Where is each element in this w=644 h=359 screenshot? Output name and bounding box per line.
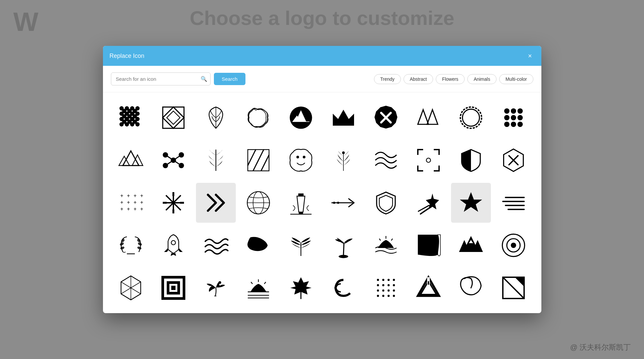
svg-rect-144 [171,286,175,290]
icon-wax-seal[interactable] [451,98,491,138]
icon-diagonal-lines[interactable] [238,140,278,180]
tag-abstract[interactable]: Abstract [404,74,433,84]
icon-shooting-star[interactable] [409,183,448,223]
modal-header: Replace Icon × [103,46,541,66]
icon-geometric-square[interactable] [153,98,193,138]
svg-line-147 [251,282,252,284]
icon-botanical[interactable] [323,140,363,180]
icon-dots-pattern[interactable] [111,98,151,138]
icon-spiral[interactable] [451,268,491,308]
icon-mountain-silhouette[interactable] [451,225,491,265]
icon-hexagon-wireframe[interactable] [111,268,151,308]
icon-sunset[interactable] [366,225,406,265]
svg-point-162 [382,290,384,292]
svg-point-23 [127,120,132,124]
icon-sunflower[interactable] [153,183,193,223]
icon-mountain-range[interactable] [111,140,151,180]
svg-point-115 [120,246,125,250]
search-button[interactable]: Search [214,73,246,85]
icon-palm-tree[interactable] [323,225,363,265]
svg-point-116 [119,242,124,246]
svg-point-72 [342,152,345,154]
icon-lighthouse[interactable] [281,183,321,223]
icon-rocket[interactable] [153,225,193,265]
svg-point-155 [387,279,389,281]
icon-shield[interactable] [366,183,406,223]
svg-text:+: + [134,206,137,212]
svg-point-22 [122,120,126,124]
svg-point-158 [382,284,384,286]
svg-point-164 [393,290,395,292]
icon-mountain-circle[interactable] [281,98,321,138]
svg-point-122 [171,241,175,245]
replace-icon-modal: Replace Icon × 🔍 Search Trendy Abstract … [103,46,541,313]
tag-trendy[interactable]: Trendy [374,74,401,84]
icon-speed-lines[interactable] [494,183,533,223]
svg-point-166 [382,295,384,297]
search-input-wrapper: 🔍 [111,72,211,85]
icon-organic-blob[interactable] [281,140,321,180]
modal-overlay: Replace Icon × 🔍 Search Trendy Abstract … [0,0,644,359]
icon-waves[interactable] [196,225,236,265]
icon-brush-strokes[interactable] [238,225,278,265]
icon-scribble-lines[interactable] [366,140,406,180]
icon-crown[interactable] [323,98,363,138]
icon-star[interactable] [451,183,491,223]
icon-square-diagonal[interactable] [494,268,533,308]
icon-c-logo[interactable] [323,268,363,308]
tag-flowers[interactable]: Flowers [436,74,465,84]
icon-arrow-right[interactable] [323,183,363,223]
icon-3x3-dots[interactable] [494,98,533,138]
tag-animals[interactable]: Animals [467,74,497,84]
icon-sunrise[interactable] [238,268,278,308]
search-icon: 🔍 [201,76,207,82]
icon-bird[interactable] [196,268,236,308]
close-button[interactable]: × [525,51,535,60]
search-area: 🔍 Search Trendy Abstract Flowers Animals… [103,66,541,92]
icon-scribble[interactable] [238,98,278,138]
svg-point-165 [377,295,379,297]
svg-point-154 [382,279,384,281]
icon-dots-sparse[interactable] [366,268,406,308]
svg-line-127 [379,239,381,241]
icon-nested-squares[interactable] [153,268,193,308]
tag-multicolor[interactable]: Multi-color [499,74,533,84]
svg-point-106 [337,202,339,204]
icon-connected-dots[interactable] [153,140,193,180]
icon-fabric-swatch[interactable] [409,225,448,265]
icon-x-circle[interactable] [366,98,406,138]
svg-point-48 [517,115,523,120]
icon-palm-leaf[interactable] [281,225,321,265]
svg-marker-107 [426,193,439,209]
svg-point-119 [137,242,142,246]
search-input[interactable] [111,72,211,85]
icon-focus-corners[interactable] [409,140,448,180]
icon-shield-half[interactable] [451,140,491,180]
svg-point-153 [377,279,379,281]
icon-double-triangle[interactable] [409,98,448,138]
svg-line-68 [261,155,269,171]
icons-area: + + + + + + + + + + + + [103,92,541,313]
icon-hexagon-x[interactable] [494,140,533,180]
svg-point-41 [460,107,482,128]
svg-text:+: + [120,206,123,212]
icon-globe-sphere[interactable] [238,183,278,223]
svg-line-61 [173,155,181,160]
svg-marker-173 [515,277,524,287]
svg-text:+: + [127,206,130,212]
svg-point-156 [393,279,395,281]
icon-double-chevron[interactable] [196,183,236,223]
svg-rect-35 [333,123,354,126]
svg-point-51 [517,122,523,127]
icon-impossible-triangle[interactable] [409,268,448,308]
modal-title: Replace Icon [110,53,144,60]
svg-point-159 [387,284,389,286]
icon-eye-circle[interactable] [494,225,533,265]
icon-plant-stem[interactable] [196,140,236,180]
icon-maple-leaf[interactable] [281,268,321,308]
icon-laurel-wreath[interactable] [111,225,151,265]
svg-point-24 [133,120,137,124]
icon-plus-pattern[interactable]: + + + + + + + + + + + + [111,183,151,223]
icon-plant-leaf[interactable] [196,98,236,138]
svg-point-16 [122,109,126,113]
